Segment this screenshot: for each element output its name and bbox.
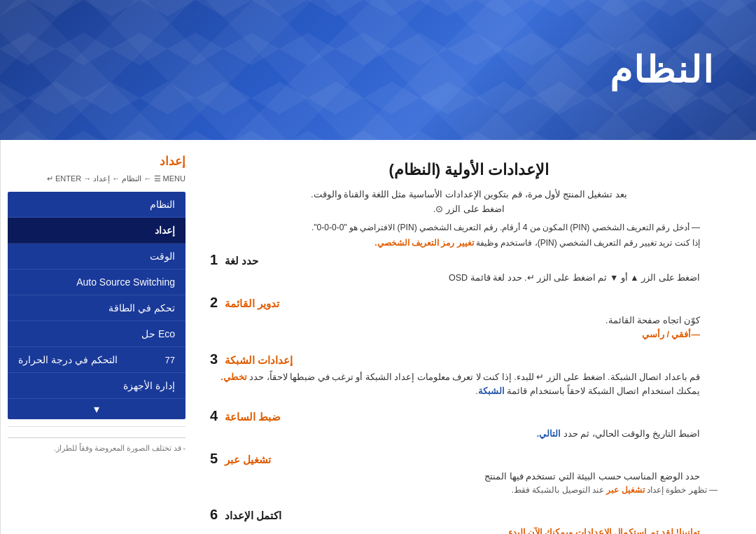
section-title: الإعدادات الأولية (النظام) — [210, 161, 728, 179]
step-3-pre: قم باعداد اتصال الشبكة. اضغط على الزر ↵ … — [247, 372, 700, 382]
step-4: ضبط الساعة 4 اضبط التاريخ والوقت الحالي،… — [210, 408, 728, 441]
sidebar: إعداد MENU ☰ ← النظام ← إعداد → ENTER ↵ … — [0, 140, 196, 534]
step-4-header: ضبط الساعة 4 — [210, 408, 728, 424]
step-4-body: اضبط التاريخ والوقت الحالي، ثم حدد التال… — [210, 427, 728, 441]
step-1-number: 1 — [210, 252, 218, 268]
step-6-header: اكتمل الإعداد 6 — [210, 507, 728, 523]
step-3-title: إعدادات الشبكة — [225, 354, 293, 367]
intro-line2: اضغط على الزر ⊙. — [433, 204, 505, 214]
menu-item-devices-label: إدارة الأجهزة — [123, 380, 175, 391]
menu-item-temp[interactable]: 77 التحكم في درجة الحرارة — [8, 347, 186, 373]
step-5-sub-end: عند التوصيل بالشبكة فقط. — [512, 485, 607, 495]
menu-item-temp-label: التحكم في درجة الحرارة — [18, 354, 118, 365]
step-3: إعدادات الشبكة 3 قم باعداد اتصال الشبكة.… — [210, 351, 728, 398]
main-content: الإعدادات الأولية (النظام) بعد تشغيل الم… — [0, 140, 756, 534]
step-2: تدوير القائمة 2 كوّن اتجاه صفحة القائمة.… — [210, 295, 728, 342]
step-1-title: حدد لغة — [225, 255, 258, 267]
step-2-header: تدوير القائمة 2 — [210, 295, 728, 311]
step-4-title: ضبط الساعة — [225, 411, 281, 423]
pin-note1: — أدخل رقم التعريف الشخصي (PIN) المكون م… — [210, 221, 728, 234]
step-4-body-text: اضبط التاريخ والوقت الحالي، ثم حدد — [561, 429, 700, 439]
chevron-down-icon[interactable]: ▾ — [8, 399, 186, 419]
menu-item-time[interactable]: الوقت — [8, 244, 186, 269]
step-5-title: تشغيل عبر — [225, 454, 271, 466]
pin-note1-text: — أدخل رقم التعريف الشخصي (PIN) المكون م… — [312, 223, 700, 232]
step-2-title: تدوير القائمة — [225, 297, 279, 310]
intro-line1: بعد تشغيل المنتج لأول مرة، قم بتكوين الإ… — [311, 189, 627, 199]
step-5-body: حدد الوضع المناسب حسب البيئة التي تستخدم… — [210, 470, 728, 484]
step-5: تشغيل عبر 5 حدد الوضع المناسب حسب البيئة… — [210, 451, 728, 497]
step-5-number: 5 — [210, 451, 218, 467]
menu-item-system-label: النظام — [150, 199, 175, 210]
step-3-link1: تخطي. — [220, 372, 246, 382]
sidebar-divider — [8, 426, 186, 427]
nav-breadcrumb: MENU ☰ ← النظام ← إعداد → ENTER ↵ — [8, 174, 186, 183]
step-6-number: 6 — [210, 507, 218, 523]
menu-box: النظام إعداد الوقت Auto Source Switching… — [8, 192, 186, 419]
step-1-header: حدد لغة 1 — [210, 252, 728, 268]
intro-text: بعد تشغيل المنتج لأول مرة، قم بتكوين الإ… — [210, 188, 728, 217]
step-3-link2: الشبكة — [478, 386, 505, 396]
sidebar-footer-note: - قد تختلف الصورة المعروضة وفقاً للطراز. — [8, 437, 186, 452]
pin-note2: إذا كنت تريد تغيير رقم التعريف الشخصي (P… — [210, 237, 728, 249]
step-2-sub: —أفقي / رأسي — [210, 328, 728, 342]
pin-note2-link: تغيير رمز التعريف الشخصي. — [374, 238, 473, 248]
menu-item-eco[interactable]: Eco حل — [8, 321, 186, 347]
step-6-orange: تهانينا! لقد تم استكمال الإعدادات ويمكنك… — [505, 528, 700, 534]
step-3-body: قم باعداد اتصال الشبكة. اضغط على الزر ↵ … — [210, 370, 728, 398]
menu-item-auto-source-label: Auto Source Switching — [76, 276, 175, 288]
main-text-area: الإعدادات الأولية (النظام) بعد تشغيل الم… — [196, 140, 756, 534]
step-1: حدد لغة 1 اضغط على الزر ▲ أو ▼ ثم اضغط ع… — [210, 252, 728, 285]
menu-item-power-label: تحكم في الطاقة — [108, 302, 175, 314]
sidebar-section-label: إعداد — [8, 154, 186, 169]
step-5-subnote: — تظهر خطوة إعداد تشغيل عبر عند التوصيل … — [210, 484, 728, 497]
step-6: اكتمل الإعداد 6 تهانينا! لقد تم استكمال … — [210, 507, 728, 534]
step-5-sub-link: تشغيل عبر — [606, 485, 644, 495]
menu-item-system[interactable]: النظام — [8, 192, 186, 218]
step-3-mid: يمكنك استخدام اتصال الشبكة لاحقاً باستخد… — [505, 386, 700, 396]
page-header: النظام — [0, 0, 756, 140]
menu-item-devices[interactable]: إدارة الأجهزة — [8, 373, 186, 399]
step-1-body: اضغط على الزر ▲ أو ▼ ثم اضغط على الزر ↵.… — [210, 271, 728, 285]
menu-item-eco-label: Eco حل — [141, 328, 175, 339]
menu-item-auto-source[interactable]: Auto Source Switching — [8, 269, 186, 295]
menu-item-time-label: الوقت — [150, 251, 175, 262]
step-5-sub-pre: — تظهر خطوة إعداد — [645, 485, 718, 495]
step-2-number: 2 — [210, 295, 218, 311]
step-4-link: التالي. — [537, 429, 561, 439]
step-5-header: تشغيل عبر 5 — [210, 451, 728, 467]
menu-item-setup-label: إعداد — [155, 225, 175, 236]
step-3-header: إعدادات الشبكة 3 — [210, 351, 728, 367]
step-2-sub-text: —أفقي / رأسي — [642, 330, 700, 339]
step-6-body: تهانينا! لقد تم استكمال الإعدادات ويمكنك… — [210, 526, 728, 534]
step-4-number: 4 — [210, 408, 218, 424]
menu-item-power[interactable]: تحكم في الطاقة — [8, 295, 186, 321]
step-2-body: كوّن اتجاه صفحة القائمة. — [210, 314, 728, 328]
pin-note2-pre: إذا كنت تريد تغيير رقم التعريف الشخصي (P… — [474, 238, 700, 248]
page-title: النظام — [610, 49, 714, 91]
step-3-number: 3 — [210, 351, 218, 367]
menu-item-setup[interactable]: إعداد — [8, 218, 186, 244]
step-6-title: اكتمل الإعداد — [225, 510, 281, 522]
menu-item-temp-badge: 77 — [165, 355, 175, 365]
